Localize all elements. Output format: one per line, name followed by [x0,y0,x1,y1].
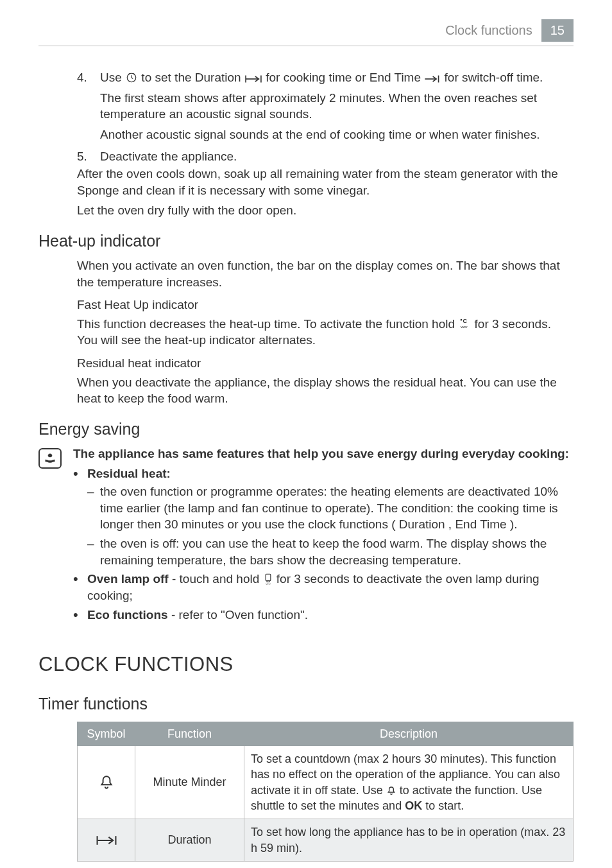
svg-rect-3 [266,575,271,581]
step-4-number: 4. [77,69,91,147]
energy-saving-heading: Energy saving [38,419,574,440]
cell-symbol-minute-minder [78,746,135,819]
energy-note-body: The appliance has same features that hel… [73,446,574,625]
clock-functions-heading: CLOCK FUNCTIONS [38,651,574,678]
heat-up-p3: When you deactivate the appliance, the d… [77,374,574,407]
duration-icon [244,74,262,83]
step-5: 5. Deactivate the appliance. [77,148,574,165]
step-5-body: Deactivate the appliance. [100,148,574,165]
table-row: Minute Minder To set a countdown (max 2 … [78,746,574,819]
after-para-2: Let the oven dry fully with the door ope… [77,202,574,219]
energy-note: The appliance has same features that hel… [38,446,574,625]
page-header: Clock functions 15 [38,19,574,46]
eco-note-icon [38,448,62,469]
bullet-eco-functions: Eco functions - refer to "Oven function"… [73,607,574,623]
duration-icon [96,835,117,846]
energy-intro: The appliance has same features that hel… [73,446,574,462]
heat-up-heading: Heat-up indicator [38,230,574,252]
step-4-para2: Another acoustic signal sounds at the en… [100,126,574,143]
page-number: 15 [541,19,574,42]
cell-desc-minute-minder: To set a countdown (max 2 hours 30 minut… [244,746,574,819]
page-content: 4. Use to set the Duration for cooking t… [38,69,574,862]
end-time-icon [424,74,441,83]
heat-up-p1: When you activate an oven function, the … [77,257,574,290]
residual-dash-1: the oven function or programme operates:… [87,483,574,533]
energy-bullets: Residual heat: the oven function or prog… [73,465,574,623]
heat-up-p2: This function decreases the heat-up time… [77,316,574,349]
bullet-oven-lamp-off: Oven lamp off - touch and hold for 3 sec… [73,571,574,603]
plant-hands-icon [43,452,57,465]
cell-desc-duration: To set how long the appliance has to be … [244,819,574,862]
svg-point-1 [461,319,463,321]
th-description: Description [244,722,574,745]
residual-heat-sublist: the oven function or programme operates:… [87,483,574,568]
step-4: 4. Use to set the Duration for cooking t… [77,69,574,147]
cell-function-duration: Duration [135,819,244,862]
timer-functions-table: Symbol Function Description Minute Minde… [77,722,574,862]
page: Clock functions 15 4. Use to set the Dur… [0,0,612,868]
svg-text:C: C [463,318,468,324]
cell-symbol-duration [78,819,135,862]
th-function: Function [135,722,244,745]
th-symbol: Symbol [78,722,135,745]
step-4-body: Use to set the Duration for cooking time… [100,69,574,147]
step-5-number: 5. [77,148,91,165]
header-title: Clock functions [445,22,532,39]
bell-icon-inline [386,786,396,796]
fast-heat-subhead: Fast Heat Up indicator [77,297,574,313]
table-header-row: Symbol Function Description [78,722,574,745]
step-4-line1: Use to set the Duration for cooking time… [100,69,574,86]
bullet-residual-heat: Residual heat: the oven function or prog… [73,465,574,568]
timer-functions-heading: Timer functions [38,693,574,715]
bell-icon [98,774,115,791]
table-row: Duration To set how long the appliance h… [78,819,574,862]
lamp-icon [263,573,273,585]
residual-dash-2: the oven is off: you can use the heat to… [87,535,574,568]
after-para-1: After the oven cools down, soak up all r… [77,166,574,198]
clock-settings-icon [125,72,138,83]
residual-heat-subhead: Residual heat indicator [77,355,574,372]
cell-function-minute-minder: Minute Minder [135,746,244,819]
degrees-c-icon: C [458,317,471,330]
step-4-para1: The first steam shows after approximatel… [100,90,574,123]
